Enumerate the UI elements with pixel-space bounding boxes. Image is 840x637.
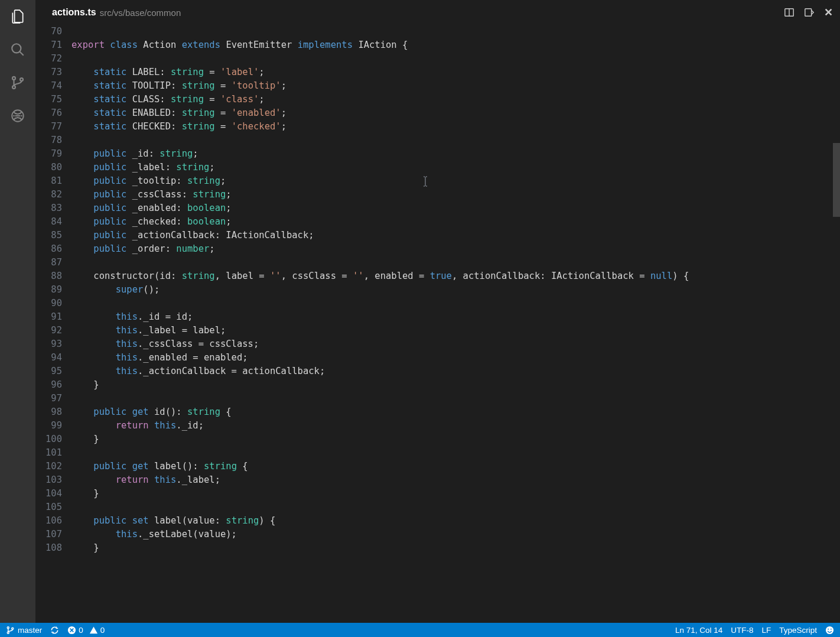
activity-bar — [0, 0, 35, 623]
line-number: 72 — [35, 52, 62, 66]
activity-scm[interactable] — [8, 73, 27, 92]
code-line[interactable]: } — [71, 541, 840, 555]
line-number: 85 — [35, 229, 62, 242]
line-number: 75 — [35, 93, 62, 106]
status-right: Ln 71, Col 14 UTF-8 LF TypeScript — [675, 626, 834, 635]
status-bar: master 0 0 Ln 71, Col 14 UTF-8 LF TypeSc… — [0, 623, 840, 637]
line-number: 106 — [35, 514, 62, 528]
code-line[interactable]: } — [71, 487, 840, 500]
code-line[interactable]: this._id = id; — [71, 310, 840, 324]
code-line[interactable]: } — [71, 378, 840, 392]
code-line[interactable] — [71, 25, 840, 38]
code-line[interactable]: static ENABLED: string = 'enabled'; — [71, 106, 840, 120]
svg-point-3 — [12, 86, 15, 89]
code-line[interactable] — [71, 52, 840, 66]
line-number: 107 — [35, 528, 62, 541]
code-line[interactable]: public get label(): string { — [71, 460, 840, 473]
code-line[interactable]: static CHECKED: string = 'checked'; — [71, 120, 840, 134]
status-problems[interactable]: 0 0 — [67, 626, 105, 635]
close-icon: ✕ — [824, 6, 833, 19]
scrollbar-thumb[interactable] — [833, 143, 840, 217]
line-number: 83 — [35, 202, 62, 215]
code-line[interactable]: this._label = label; — [71, 324, 840, 337]
line-number: 99 — [35, 419, 62, 433]
tab-path: src/vs/base/common — [100, 8, 181, 18]
code-line[interactable] — [71, 392, 840, 405]
code-line[interactable]: constructor(id: string, label = '', cssC… — [71, 269, 840, 283]
status-left: master 0 0 — [6, 626, 105, 635]
error-count: 0 — [79, 626, 83, 635]
line-number: 93 — [35, 337, 62, 351]
code-line[interactable]: this._enabled = enabled; — [71, 351, 840, 365]
line-number: 105 — [35, 500, 62, 514]
status-eol[interactable]: LF — [761, 626, 771, 635]
code-line[interactable] — [71, 256, 840, 269]
code-line[interactable] — [71, 446, 840, 460]
editor-body[interactable]: 7071727374757677787980818283848586878889… — [35, 25, 840, 623]
activity-explorer[interactable] — [8, 7, 27, 26]
code-line[interactable]: public _checked: boolean; — [71, 215, 840, 229]
code-line[interactable]: static TOOLTIP: string = 'tooltip'; — [71, 79, 840, 93]
code-line[interactable] — [71, 134, 840, 147]
line-number: 87 — [35, 256, 62, 269]
code-line[interactable] — [71, 500, 840, 514]
code-line[interactable]: public _enabled: boolean; — [71, 202, 840, 215]
svg-point-0 — [12, 44, 21, 53]
code-line[interactable]: public _actionCallback: IActionCallback; — [71, 229, 840, 242]
code-line[interactable]: this._actionCallback = actionCallback; — [71, 365, 840, 378]
code-line[interactable]: export class Action extends EventEmitter… — [71, 38, 840, 52]
code-line[interactable]: public _order: number; — [71, 242, 840, 256]
line-number: 104 — [35, 487, 62, 500]
code-line[interactable]: super(); — [71, 283, 840, 297]
activity-search[interactable] — [8, 40, 27, 59]
more-actions-button[interactable] — [804, 7, 815, 18]
code-line[interactable]: public _label: string; — [71, 161, 840, 174]
line-number: 84 — [35, 215, 62, 229]
svg-point-9 — [7, 626, 9, 628]
code-line[interactable]: public get id(): string { — [71, 405, 840, 419]
editor-container: actions.ts src/vs/base/common ✕ 70717273… — [35, 0, 840, 623]
code-line[interactable]: return this._id; — [71, 419, 840, 433]
main-area: actions.ts src/vs/base/common ✕ 70717273… — [0, 0, 840, 623]
code-line[interactable]: public _id: string; — [71, 147, 840, 161]
code-line[interactable]: static LABEL: string = 'label'; — [71, 66, 840, 79]
line-number: 98 — [35, 405, 62, 419]
line-number: 77 — [35, 120, 62, 134]
code-line[interactable]: this._cssClass = cssClass; — [71, 337, 840, 351]
status-lncol[interactable]: Ln 71, Col 14 — [675, 626, 722, 635]
svg-point-15 — [831, 628, 832, 629]
line-number: 74 — [35, 79, 62, 93]
activity-debug[interactable] — [8, 106, 27, 125]
svg-point-14 — [828, 628, 829, 629]
code-line[interactable]: public _tooltip: string; — [71, 174, 840, 188]
split-editor-button[interactable] — [784, 7, 795, 18]
line-number: 92 — [35, 324, 62, 337]
line-number: 70 — [35, 25, 62, 38]
line-number: 96 — [35, 378, 62, 392]
status-encoding[interactable]: UTF-8 — [731, 626, 753, 635]
svg-point-11 — [12, 628, 14, 629]
code-line[interactable] — [71, 297, 840, 310]
tab-bar: actions.ts src/vs/base/common ✕ — [35, 0, 840, 25]
close-editor-button[interactable]: ✕ — [824, 6, 833, 19]
code-line[interactable]: } — [71, 433, 840, 446]
code-line[interactable]: this._setLabel(value); — [71, 528, 840, 541]
status-feedback[interactable] — [825, 626, 834, 635]
code-line[interactable]: public set label(value: string) { — [71, 514, 840, 528]
warning-icon — [89, 626, 98, 635]
status-sync[interactable] — [50, 626, 59, 635]
code-line[interactable]: return this._label; — [71, 473, 840, 487]
code-line[interactable]: static CLASS: string = 'class'; — [71, 93, 840, 106]
code-content[interactable]: export class Action extends EventEmitter… — [68, 25, 840, 623]
smiley-icon — [825, 626, 834, 635]
line-number: 79 — [35, 147, 62, 161]
status-language[interactable]: TypeScript — [779, 626, 817, 635]
files-icon — [10, 9, 25, 24]
text-cursor-icon — [423, 176, 424, 187]
line-number: 102 — [35, 460, 62, 473]
svg-line-1 — [19, 51, 24, 56]
code-line[interactable]: public _cssClass: string; — [71, 188, 840, 202]
status-branch[interactable]: master — [6, 626, 42, 635]
tab-filename[interactable]: actions.ts — [52, 7, 96, 18]
svg-point-4 — [20, 78, 23, 81]
